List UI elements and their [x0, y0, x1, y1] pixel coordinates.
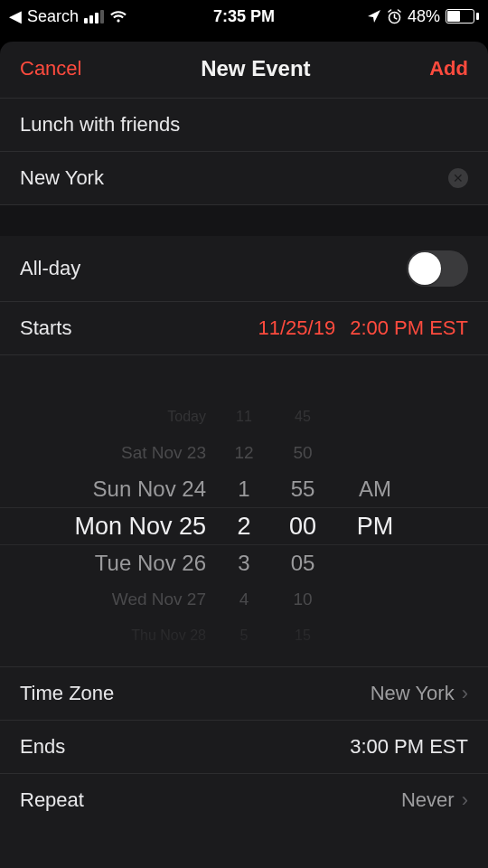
picker-row[interactable]: Today1145 — [0, 399, 488, 435]
time-zone-label: Time Zone — [20, 682, 371, 705]
event-location-value: New York — [20, 166, 448, 190]
alarm-icon — [387, 9, 402, 24]
new-event-sheet: Cancel New Event Add Lunch with friends … — [0, 42, 488, 868]
event-title-input[interactable]: Lunch with friends — [0, 99, 488, 151]
cancel-button[interactable]: Cancel — [20, 57, 81, 80]
status-bar: ◀ Search 7:35 PM 48% — [0, 0, 488, 33]
battery-percent: 48% — [408, 7, 440, 26]
picker-row[interactable]: Wed Nov 27410 — [0, 581, 488, 618]
picker-hour: 12 — [217, 443, 271, 463]
time-zone-value: New York — [371, 682, 455, 705]
location-icon — [367, 9, 381, 24]
event-location-input[interactable]: New York ✕ — [0, 152, 488, 204]
chevron-right-icon: › — [462, 682, 468, 705]
picker-date: Sun Nov 24 — [0, 476, 217, 502]
picker-hour: 2 — [217, 513, 271, 541]
picker-minute: 00 — [271, 513, 334, 541]
picker-hour: 11 — [217, 409, 271, 425]
datetime-picker[interactable]: Today1145Sat Nov 231250Sun Nov 24155AMMo… — [0, 355, 488, 666]
all-day-label: All-day — [20, 257, 407, 280]
picker-row[interactable]: Mon Nov 25200PM — [0, 508, 488, 544]
starts-date: 11/25/19 — [258, 316, 336, 340]
picker-date: Tue Nov 26 — [0, 551, 217, 576]
picker-row[interactable]: Sat Nov 231250 — [0, 435, 488, 471]
picker-minute: 45 — [271, 409, 334, 425]
all-day-row: All-day — [0, 236, 488, 301]
picker-row[interactable]: Sun Nov 24155AM — [0, 471, 488, 507]
picker-hour: 4 — [217, 590, 271, 609]
picker-date: Wed Nov 27 — [0, 590, 217, 609]
back-chevron-icon[interactable]: ◀ — [9, 6, 22, 26]
picker-hour: 1 — [217, 476, 271, 502]
picker-ampm: PM — [334, 513, 416, 541]
clear-location-icon[interactable]: ✕ — [448, 168, 468, 188]
starts-time: 2:00 PM EST — [350, 316, 468, 340]
picker-row[interactable]: Tue Nov 26305 — [0, 545, 488, 581]
all-day-toggle[interactable] — [407, 250, 468, 287]
starts-label: Starts — [20, 316, 258, 340]
picker-date: Thu Nov 28 — [0, 627, 217, 644]
event-title-value: Lunch with friends — [20, 113, 468, 137]
picker-minute: 05 — [271, 551, 334, 576]
picker-ampm: AM — [334, 476, 416, 502]
picker-hour: 5 — [217, 627, 271, 644]
picker-date: Mon Nov 25 — [0, 513, 217, 541]
cell-signal-icon — [84, 10, 104, 24]
chevron-right-icon: › — [462, 788, 468, 812]
repeat-label: Repeat — [20, 788, 401, 812]
page-title: New Event — [201, 56, 310, 81]
ends-label: Ends — [20, 735, 350, 759]
picker-date: Sat Nov 23 — [0, 443, 217, 463]
time-zone-row[interactable]: Time Zone New York › — [0, 667, 488, 720]
picker-minute: 55 — [271, 476, 334, 502]
picker-minute: 50 — [271, 443, 334, 463]
ends-value: 3:00 PM EST — [350, 735, 468, 759]
back-app-label[interactable]: Search — [27, 7, 79, 26]
picker-minute: 10 — [271, 590, 334, 609]
picker-row[interactable] — [0, 363, 488, 399]
repeat-value: Never — [401, 788, 455, 812]
ends-row[interactable]: Ends 3:00 PM EST — [0, 721, 488, 773]
add-button[interactable]: Add — [429, 57, 468, 80]
repeat-row[interactable]: Repeat Never › — [0, 774, 488, 826]
picker-date: Today — [0, 409, 217, 425]
battery-icon — [446, 9, 479, 24]
starts-row[interactable]: Starts 11/25/19 2:00 PM EST — [0, 302, 488, 354]
picker-row[interactable]: Thu Nov 28515 — [0, 618, 488, 654]
nav-bar: Cancel New Event Add — [0, 42, 488, 98]
status-time: 7:35 PM — [213, 7, 275, 26]
wifi-icon — [109, 10, 127, 24]
picker-minute: 15 — [271, 627, 334, 644]
picker-hour: 3 — [217, 551, 271, 576]
